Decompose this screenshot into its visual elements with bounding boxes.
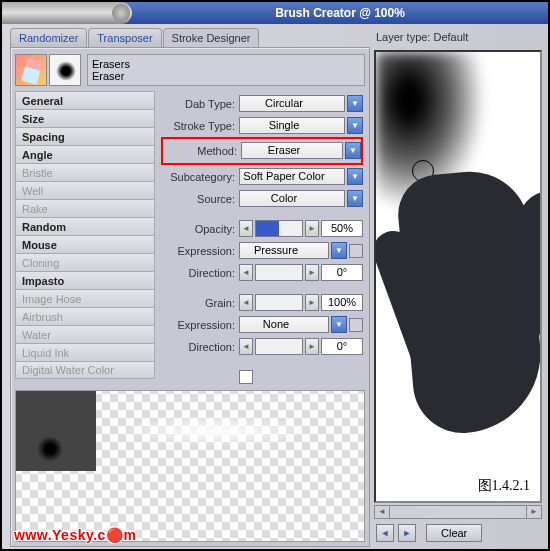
expression2-combo[interactable]: None bbox=[239, 316, 329, 333]
boost-checkbox[interactable] bbox=[239, 370, 253, 384]
cat-bristle[interactable]: Bristle bbox=[15, 163, 155, 181]
source-dropdown-icon[interactable]: ▼ bbox=[347, 190, 363, 207]
subcategory-combo[interactable]: Soft Paper Color bbox=[239, 168, 345, 185]
layer-type-row: Layer type: Default bbox=[374, 28, 542, 50]
stroke-preview bbox=[15, 390, 365, 542]
opacity-dec-icon[interactable]: ◄ bbox=[239, 220, 253, 237]
dab-type-combo[interactable]: Circular bbox=[239, 95, 345, 112]
cat-digital-water[interactable]: Digital Water Color bbox=[15, 361, 155, 379]
cat-random[interactable]: Random bbox=[15, 217, 155, 235]
right-footer: ◄ ► Clear bbox=[374, 519, 542, 547]
direction2-slider[interactable] bbox=[255, 338, 303, 355]
opacity-slider[interactable] bbox=[255, 220, 303, 237]
subcategory-label: Subcategory: bbox=[161, 171, 239, 183]
expression1-label: Expression: bbox=[161, 245, 239, 257]
main-row: General Size Spacing Angle Bristle Well … bbox=[15, 91, 365, 390]
expression2-dropdown-icon[interactable]: ▼ bbox=[331, 316, 347, 333]
cat-rake[interactable]: Rake bbox=[15, 199, 155, 217]
method-dropdown-icon[interactable]: ▼ bbox=[345, 142, 361, 159]
expression1-dropdown-icon[interactable]: ▼ bbox=[331, 242, 347, 259]
direction1-value[interactable]: 0° bbox=[321, 264, 363, 281]
window-title: Brush Creator @ 100% bbox=[132, 6, 548, 20]
expression2-link-icon[interactable] bbox=[349, 318, 363, 332]
cat-airbrush[interactable]: Airbrush bbox=[15, 307, 155, 325]
tab-stroke-designer[interactable]: Stroke Designer bbox=[163, 28, 260, 47]
cat-size[interactable]: Size bbox=[15, 109, 155, 127]
zipper-handle[interactable] bbox=[2, 2, 132, 24]
grain-value[interactable]: 100% bbox=[321, 294, 363, 311]
cat-water[interactable]: Water bbox=[15, 325, 155, 343]
direction2-value[interactable]: 0° bbox=[321, 338, 363, 355]
brush-selector-row: Erasers Eraser bbox=[15, 52, 365, 88]
stroke-designer-panel: Erasers Eraser General Size Spacing Angl… bbox=[10, 47, 370, 547]
dab-type-label: Dab Type: bbox=[161, 98, 239, 110]
title-bar: Brush Creator @ 100% bbox=[2, 2, 548, 24]
brush-variant-label: Eraser bbox=[92, 70, 360, 82]
stroke-type-label: Stroke Type: bbox=[161, 120, 239, 132]
tab-randomizer[interactable]: Randomizer bbox=[10, 28, 87, 47]
source-combo[interactable]: Color bbox=[239, 190, 345, 207]
tab-bar: Randomizer Transposer Stroke Designer bbox=[10, 28, 370, 47]
method-highlight: Method:Eraser▼ bbox=[161, 137, 363, 165]
canvas-scrollbar[interactable] bbox=[374, 505, 542, 519]
canvas-smudge-2 bbox=[395, 167, 542, 437]
nav-prev-icon[interactable]: ◄ bbox=[376, 524, 394, 542]
direction1-label: Direction: bbox=[161, 267, 239, 279]
right-panel: Layer type: Default 图1.4.2.1 ◄ ► Clear bbox=[372, 24, 548, 549]
cat-liquid-ink[interactable]: Liquid Ink bbox=[15, 343, 155, 361]
window-body: Randomizer Transposer Stroke Designer Er… bbox=[2, 24, 548, 549]
grain-dec-icon[interactable]: ◄ bbox=[239, 294, 253, 311]
grain-label: Grain: bbox=[161, 297, 239, 309]
grain-inc-icon[interactable]: ► bbox=[305, 294, 319, 311]
brush-label-box: Erasers Eraser bbox=[87, 54, 365, 86]
opacity-value[interactable]: 50% bbox=[321, 220, 363, 237]
direction2-label: Direction: bbox=[161, 341, 239, 353]
clear-button[interactable]: Clear bbox=[426, 524, 482, 542]
subcategory-dropdown-icon[interactable]: ▼ bbox=[347, 168, 363, 185]
layer-type-value: Default bbox=[433, 31, 468, 43]
nav-next-icon[interactable]: ► bbox=[398, 524, 416, 542]
dab-type-dropdown-icon[interactable]: ▼ bbox=[347, 95, 363, 112]
layer-type-label: Layer type: bbox=[376, 31, 430, 43]
direction1-inc-icon[interactable]: ► bbox=[305, 264, 319, 281]
preview-stroke bbox=[76, 409, 356, 453]
brush-category-label: Erasers bbox=[92, 58, 360, 70]
opacity-label: Opacity: bbox=[161, 223, 239, 235]
brush-category-icon[interactable] bbox=[15, 54, 47, 86]
cat-angle[interactable]: Angle bbox=[15, 145, 155, 163]
cat-mouse[interactable]: Mouse bbox=[15, 235, 155, 253]
stroke-type-combo[interactable]: Single bbox=[239, 117, 345, 134]
source-label: Source: bbox=[161, 193, 239, 205]
cat-general[interactable]: General bbox=[15, 91, 155, 109]
cat-well[interactable]: Well bbox=[15, 181, 155, 199]
expression2-label: Expression: bbox=[161, 319, 239, 331]
expression1-combo[interactable]: Pressure bbox=[239, 242, 329, 259]
method-label: Method: bbox=[163, 145, 241, 157]
direction1-slider[interactable] bbox=[255, 264, 303, 281]
grain-slider[interactable] bbox=[255, 294, 303, 311]
direction2-dec-icon[interactable]: ◄ bbox=[239, 338, 253, 355]
test-canvas[interactable]: 图1.4.2.1 bbox=[374, 50, 542, 503]
figure-label: 图1.4.2.1 bbox=[478, 477, 531, 495]
expression1-link-icon[interactable] bbox=[349, 244, 363, 258]
direction1-dec-icon[interactable]: ◄ bbox=[239, 264, 253, 281]
direction2-inc-icon[interactable]: ► bbox=[305, 338, 319, 355]
category-list: General Size Spacing Angle Bristle Well … bbox=[15, 91, 155, 390]
properties-pane: Dab Type:Circular▼ Stroke Type:Single▼ M… bbox=[159, 91, 365, 390]
cat-impasto[interactable]: Impasto bbox=[15, 271, 155, 289]
tab-transposer[interactable]: Transposer bbox=[88, 28, 161, 47]
opacity-inc-icon[interactable]: ► bbox=[305, 220, 319, 237]
method-combo[interactable]: Eraser bbox=[241, 142, 343, 159]
left-panel: Randomizer Transposer Stroke Designer Er… bbox=[2, 24, 372, 549]
cat-image-hose[interactable]: Image Hose bbox=[15, 289, 155, 307]
cat-spacing[interactable]: Spacing bbox=[15, 127, 155, 145]
cat-cloning[interactable]: Cloning bbox=[15, 253, 155, 271]
stroke-type-dropdown-icon[interactable]: ▼ bbox=[347, 117, 363, 134]
watermark: www.Yesky.c🔴m bbox=[14, 527, 136, 543]
brush-variant-icon[interactable] bbox=[49, 54, 81, 86]
